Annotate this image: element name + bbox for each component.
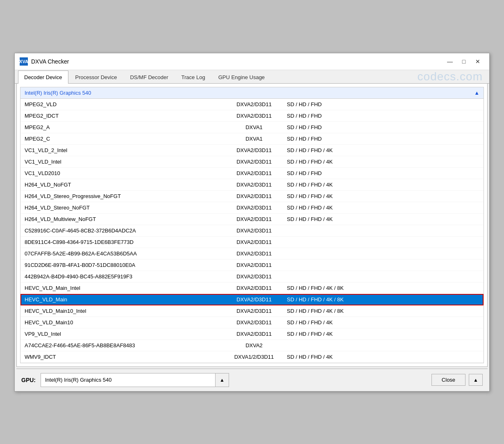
row-res: SD / HD / FHD / 4K (287, 147, 479, 153)
row-res: SD / HD / FHD / 4K / 8K (287, 296, 479, 303)
table-row[interactable]: HEVC_VLD_Main_Intel DXVA2/D3D11 SD / HD … (20, 282, 484, 294)
row-res: SD / HD / FHD (287, 124, 479, 130)
row-res: SD / HD / FHD / 4K / 8K (287, 285, 479, 291)
table-row[interactable]: 07CFAFFB-5A2E-4B99-B62A-E4CA53B6D5AA DXV… (20, 248, 484, 260)
row-api: DXVA2/D3D11 (221, 205, 287, 211)
list-scroll[interactable]: MPEG2_VLD DXVA2/D3D11 SD / HD / FHD MPEG… (20, 99, 484, 363)
row-api: DXVA2/D3D11 (221, 319, 287, 326)
row-api: DXVA2/D3D11 (221, 182, 287, 188)
tab-dsmf[interactable]: DS/MF Decoder (124, 71, 174, 84)
row-api: DXVA2/D3D11 (221, 308, 287, 314)
row-api: DXVA2/D3D11 (221, 159, 287, 165)
row-res: SD / HD / FHD / 4K (287, 216, 479, 222)
row-name: HEVC_VLD_Main10_Intel (25, 308, 221, 314)
table-row[interactable]: H264_VLD_Multiview_NoFGT DXVA2/D3D11 SD … (20, 214, 484, 225)
row-name: H264_VLD_Stereo_Progressive_NoFGT (25, 193, 221, 199)
table-row[interactable]: MPEG2_A DXVA1 SD / HD / FHD (20, 122, 484, 133)
window-title: DXVA Checker (31, 58, 443, 65)
table-row[interactable]: HEVC_VLD_Main10 DXVA2/D3D11 SD / HD / FH… (20, 317, 484, 328)
row-api: DXVA2/D3D11 (221, 228, 287, 234)
tab-trace[interactable]: Trace Log (175, 71, 211, 84)
row-api: DXVA2/D3D11 (221, 170, 287, 176)
row-api: DXVA2/D3D11 (221, 262, 287, 268)
row-api: DXVA2/D3D11 (221, 216, 287, 222)
gpu-selector-wrapper: Intel(R) Iris(R) Graphics 540 ▲ (41, 373, 229, 387)
table-row[interactable]: A74CCAE2-F466-45AE-86F5-AB8BE8AF8483 DXV… (20, 340, 484, 351)
row-api: DXVA2 (221, 342, 287, 348)
row-name: VC1_VLD2010 (25, 170, 221, 176)
table-row[interactable]: 442B942A-B4D9-4940-BC45-A882E5F919F3 DXV… (20, 271, 484, 282)
maximize-button[interactable]: □ (457, 57, 470, 66)
row-res: SD / HD / FHD (287, 136, 479, 142)
row-api: DXVA2/D3D11 (221, 113, 287, 119)
table-row[interactable]: 8DE911C4-C898-4364-9715-1DE6B3FE773D DXV… (20, 237, 484, 248)
row-api: DXVA2/D3D11 (221, 250, 287, 257)
footer: GPU: Intel(R) Iris(R) Graphics 540 ▲ Clo… (16, 369, 488, 391)
title-bar: XVA DXVA Checker — □ ✕ (15, 53, 489, 70)
row-name: A74CCAE2-F466-45AE-86F5-AB8BE8AF8483 (25, 342, 221, 348)
row-res: SD / HD / FHD (287, 113, 479, 119)
watermark: codecs.com (418, 70, 483, 83)
list-header: Intel(R) Iris(R) Graphics 540 ▲ (20, 87, 484, 99)
row-res: SD / HD / FHD / 4K (287, 205, 479, 211)
row-res: SD / HD / FHD / 4K (287, 331, 479, 337)
table-row[interactable]: HEVC_VLD_Main10_Intel DXVA2/D3D11 SD / H… (20, 305, 484, 317)
row-name: VC1_VLD_Intel (25, 159, 221, 165)
row-res: SD / HD / FHD (287, 101, 479, 107)
table-row[interactable]: MPEG2_VLD DXVA2/D3D11 SD / HD / FHD (20, 99, 484, 110)
row-api: DXVA2/D3D11 (221, 193, 287, 199)
close-window-button[interactable]: ✕ (471, 57, 484, 66)
gpu-select[interactable]: Intel(R) Iris(R) Graphics 540 (41, 374, 215, 385)
app-icon: XVA (20, 57, 28, 66)
row-api: DXVA2/D3D11 (221, 273, 287, 280)
row-res: SD / HD / FHD / 4K (287, 319, 479, 326)
table-row[interactable]: VC1_VLD_Intel DXVA2/D3D11 SD / HD / FHD … (20, 156, 484, 168)
row-name: HEVC_VLD_Main (25, 296, 221, 303)
table-row[interactable]: 91CD2D6E-897B-4FA1-B0D7-51DC88010E0A DXV… (20, 260, 484, 271)
table-row[interactable]: H264_VLD_Stereo_NoFGT DXVA2/D3D11 SD / H… (20, 202, 484, 214)
decoder-list: Intel(R) Iris(R) Graphics 540 ▲ MPEG2_VL… (20, 87, 484, 363)
table-row[interactable]: MPEG2_IDCT DXVA2/D3D11 SD / HD / FHD (20, 110, 484, 122)
row-name: HEVC_VLD_Main_Intel (25, 285, 221, 291)
row-name: VC1_VLD_2_Intel (25, 147, 221, 153)
row-res: SD / HD / FHD / 4K (287, 193, 479, 199)
table-row[interactable]: WMV9_IDCT DXVA1/2/D3D11 SD / HD / FHD / … (20, 351, 484, 363)
close-button[interactable]: Close (431, 374, 465, 386)
row-api: DXVA2/D3D11 (221, 239, 287, 245)
window-controls: — □ ✕ (443, 57, 484, 66)
minimize-button[interactable]: — (443, 57, 456, 66)
row-api: DXVA2/D3D11 (221, 296, 287, 303)
gpu-label: GPU: (21, 377, 36, 383)
row-api: DXVA2/D3D11 (221, 331, 287, 337)
table-row[interactable]: MPEG2_C DXVA1 SD / HD / FHD (20, 133, 484, 145)
row-name: H264_VLD_NoFGT (25, 182, 221, 188)
row-name: MPEG2_A (25, 124, 221, 130)
row-api: DXVA2/D3D11 (221, 285, 287, 291)
tab-processor[interactable]: Processor Device (69, 71, 123, 84)
table-row[interactable]: VP9_VLD_Intel DXVA2/D3D11 SD / HD / FHD … (20, 328, 484, 340)
row-name: 07CFAFFB-5A2E-4B99-B62A-E4CA53B6D5AA (25, 250, 221, 257)
collapse-icon[interactable]: ▲ (474, 90, 479, 96)
table-row[interactable]: H264_VLD_NoFGT DXVA2/D3D11 SD / HD / FHD… (20, 179, 484, 191)
row-res: SD / HD / FHD / 4K / 8K (287, 308, 479, 314)
row-api: DXVA2/D3D11 (221, 101, 287, 107)
row-name: H264_VLD_Multiview_NoFGT (25, 216, 221, 222)
row-api: DXVA2/D3D11 (221, 147, 287, 153)
gpu-select-arrow[interactable]: ▲ (215, 373, 229, 387)
row-name: HEVC_VLD_Main10 (25, 319, 221, 326)
table-row[interactable]: HEVC_VLD_Main DXVA2/D3D11 SD / HD / FHD … (20, 294, 484, 305)
row-name: VP9_VLD_Intel (25, 331, 221, 337)
table-row[interactable]: VC1_VLD_2_Intel DXVA2/D3D11 SD / HD / FH… (20, 145, 484, 156)
tab-bar: Decoder Device Processor Device DS/MF De… (15, 70, 489, 84)
table-row[interactable]: C528916C-C0AF-4645-8CB2-372B6D4ADC2A DXV… (20, 225, 484, 237)
row-name: MPEG2_VLD (25, 101, 221, 107)
table-row[interactable]: VC1_VLD2010 DXVA2/D3D11 SD / HD / FHD (20, 168, 484, 179)
table-row[interactable]: H264_VLD_Stereo_Progressive_NoFGT DXVA2/… (20, 191, 484, 202)
tab-decoder[interactable]: Decoder Device (18, 71, 68, 84)
tab-gpu[interactable]: GPU Engine Usage (212, 71, 271, 84)
row-res: SD / HD / FHD / 4K (287, 159, 479, 165)
row-api: DXVA1 (221, 124, 287, 130)
expand-button[interactable]: ▲ (469, 374, 483, 386)
row-api: DXVA1 (221, 136, 287, 142)
row-name: 8DE911C4-C898-4364-9715-1DE6B3FE773D (25, 239, 221, 245)
